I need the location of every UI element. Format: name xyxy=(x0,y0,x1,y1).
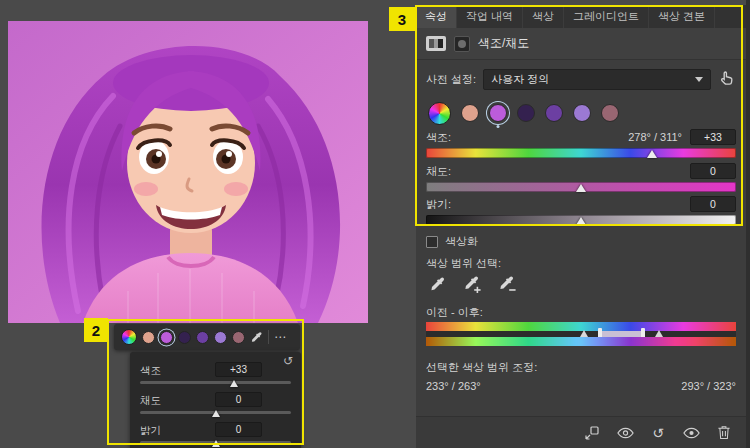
clip-to-layer-icon[interactable] xyxy=(583,424,601,442)
lightness-label-row: 밝기: 0 xyxy=(426,196,736,212)
adjust-range-label: 선택한 색상 범위 조정: xyxy=(426,360,537,375)
color-swatch-2-selected[interactable] xyxy=(489,104,507,122)
mini-saturation-value-field[interactable]: 0 xyxy=(215,392,262,407)
before-after-label: 이전 - 이후: xyxy=(426,305,483,320)
color-range-label: 색상 범위 선택: xyxy=(426,256,501,271)
mini-saturation-slider-handle[interactable] xyxy=(212,410,220,417)
hue-slider[interactable] xyxy=(426,148,736,158)
color-wheel-icon[interactable] xyxy=(428,102,451,125)
tab-history[interactable]: 작업 내역 xyxy=(457,5,523,28)
more-options-icon[interactable]: ⋯ xyxy=(274,330,287,344)
eyedropper-icon[interactable] xyxy=(426,273,448,295)
preset-swatch-row xyxy=(416,98,746,128)
preset-dropdown[interactable]: 사용자 정의 xyxy=(483,69,711,90)
workspace-edge xyxy=(746,0,750,448)
color-swatch-4[interactable] xyxy=(545,104,563,122)
saturation-label: 채도: xyxy=(426,164,451,179)
saturation-slider-handle[interactable] xyxy=(576,184,586,192)
saturation-value-field[interactable]: 0 xyxy=(690,163,736,179)
mini-lightness-slider[interactable] xyxy=(140,441,291,444)
panel-footer: ↺ xyxy=(416,416,746,448)
targeted-adjustment-icon[interactable] xyxy=(718,70,736,88)
hue-spectrum-after-bar xyxy=(426,337,736,346)
range-value-left: 233° / 263° xyxy=(426,380,481,392)
mini-swatch-bar: ⋯ xyxy=(114,324,300,350)
mini-lightness-label: 밝기 xyxy=(140,424,161,438)
eyedropper-icon[interactable] xyxy=(250,331,263,344)
mini-saturation-slider[interactable] xyxy=(140,411,291,414)
color-swatch-3[interactable] xyxy=(517,104,535,122)
mini-hue-slider[interactable] xyxy=(140,381,291,384)
canvas-image xyxy=(8,21,368,323)
color-swatch-1[interactable] xyxy=(461,104,479,122)
hue-slider-handle[interactable] xyxy=(647,150,657,158)
preset-row: 사전 설정: 사용자 정의 xyxy=(416,67,746,91)
annotation-2-label: 2 xyxy=(84,318,108,342)
colorize-label: 색상화 xyxy=(445,234,478,249)
color-swatch-5[interactable] xyxy=(573,104,591,122)
mini-saturation-label: 채도 xyxy=(140,394,161,408)
eyedropper-group xyxy=(426,273,518,295)
mini-adjustment-panel: ↺ 색조 +33 채도 0 밝기 0 xyxy=(130,352,301,448)
colorize-row: 색상화 xyxy=(426,234,478,249)
mini-lightness-slider-handle[interactable] xyxy=(212,440,220,447)
mini-hue-value-field[interactable]: +33 xyxy=(215,362,262,377)
hue-range-falloff-right-handle[interactable] xyxy=(655,330,663,337)
properties-panel: 속성 작업 내역 색상 그레이디언트 색상 견본 색조/채도 사전 설정: 사용… xyxy=(416,5,746,448)
reset-icon[interactable]: ↺ xyxy=(649,424,667,442)
hue-label-row: 색조: 278° / 311° +33 xyxy=(426,129,736,145)
mini-swatch-4[interactable] xyxy=(196,331,209,344)
mini-swatch-5[interactable] xyxy=(214,331,227,344)
tab-swatches[interactable]: 색상 견본 xyxy=(649,5,715,28)
visibility-eye-icon[interactable] xyxy=(682,424,700,442)
color-swatch-6[interactable] xyxy=(601,104,619,122)
eyedropper-plus-icon[interactable] xyxy=(461,273,483,295)
preset-label: 사전 설정: xyxy=(426,72,476,87)
tab-color[interactable]: 색상 xyxy=(523,5,564,28)
mini-hue-row: 색조 +33 xyxy=(140,364,291,392)
mini-hue-label: 색조 xyxy=(140,364,161,378)
lightness-slider[interactable] xyxy=(426,215,736,225)
tab-properties[interactable]: 속성 xyxy=(416,5,457,28)
hue-label: 색조: xyxy=(426,130,451,145)
mini-swatch-3[interactable] xyxy=(178,331,191,344)
adjustment-title: 색조/채도 xyxy=(478,35,529,52)
eyedropper-minus-icon[interactable] xyxy=(496,273,518,295)
range-value-right: 293° / 323° xyxy=(681,380,736,392)
chevron-down-icon xyxy=(695,77,703,82)
colorize-checkbox[interactable] xyxy=(426,236,438,248)
hue-range-text: 278° / 311° xyxy=(628,131,682,143)
mini-swatch-6[interactable] xyxy=(232,331,245,344)
delete-icon[interactable] xyxy=(715,424,733,442)
view-previous-state-icon[interactable] xyxy=(616,424,634,442)
preset-value: 사용자 정의 xyxy=(491,72,549,87)
saturation-slider[interactable] xyxy=(426,182,736,192)
lightness-label: 밝기: xyxy=(426,197,451,212)
annotation-3-label: 3 xyxy=(389,7,415,31)
adjustment-header: 색조/채도 xyxy=(416,28,746,60)
mini-hue-slider-handle[interactable] xyxy=(230,380,238,387)
mini-lightness-value-field[interactable]: 0 xyxy=(215,422,262,437)
lightness-value-field[interactable]: 0 xyxy=(690,196,736,212)
mini-swatch-1[interactable] xyxy=(142,331,155,344)
hue-value-field[interactable]: +33 xyxy=(690,129,736,145)
mini-swatch-2-selected[interactable] xyxy=(160,331,173,344)
color-wheel-icon[interactable] xyxy=(121,329,137,345)
panel-tab-bar: 속성 작업 내역 색상 그레이디언트 색상 견본 xyxy=(416,5,746,28)
adjustment-icon xyxy=(426,36,446,51)
hue-range-falloff-left-handle[interactable] xyxy=(580,330,588,337)
hue-range-spectrum xyxy=(426,322,736,346)
divider xyxy=(268,330,269,344)
layer-mask-icon xyxy=(454,36,470,52)
lightness-slider-handle[interactable] xyxy=(576,217,586,225)
mini-lightness-row: 밝기 0 xyxy=(140,424,291,448)
saturation-label-row: 채도: 0 xyxy=(426,163,736,179)
mini-saturation-row: 채도 0 xyxy=(140,394,291,422)
photoshop-workspace: 속성 작업 내역 색상 그레이디언트 색상 견본 색조/채도 사전 설정: 사용… xyxy=(0,0,750,448)
range-values-row: 233° / 263° 293° / 323° xyxy=(426,380,736,392)
tab-gradients[interactable]: 그레이디언트 xyxy=(564,5,649,28)
